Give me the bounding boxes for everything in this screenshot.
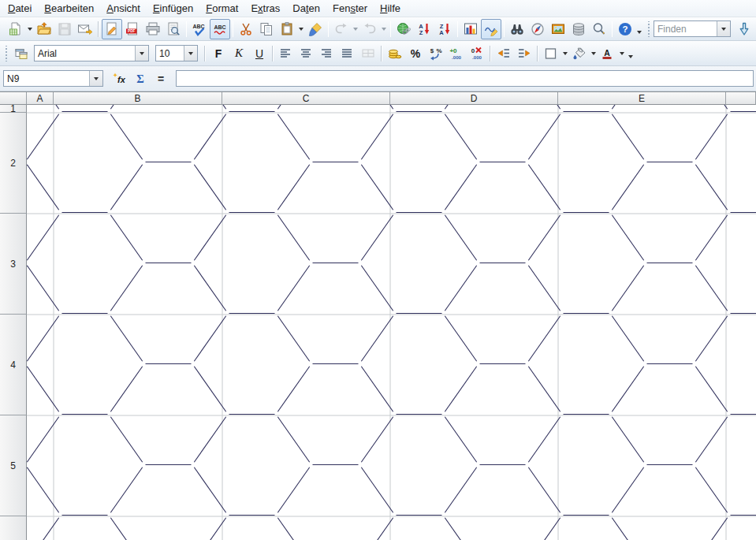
align-center-button[interactable] xyxy=(296,43,317,64)
column-header-partial[interactable] xyxy=(726,92,756,105)
menu-item-extras[interactable]: Extras xyxy=(244,0,286,17)
show-draw-functions-button[interactable] xyxy=(481,19,501,39)
column-header-C[interactable]: C xyxy=(222,92,390,105)
copy-button[interactable] xyxy=(256,19,277,39)
percent-format-button[interactable]: % xyxy=(405,43,426,64)
corner-header[interactable] xyxy=(0,92,27,105)
menu-item-fenster[interactable]: Fenster xyxy=(326,0,374,17)
paste-button[interactable] xyxy=(277,19,297,39)
undo-dropdown xyxy=(352,20,359,39)
row-header-3[interactable]: 3 xyxy=(0,214,27,315)
zoom-button[interactable] xyxy=(589,19,609,39)
borders-dropdown[interactable] xyxy=(561,44,569,63)
currency-coins-icon xyxy=(387,46,403,61)
page-preview-button[interactable] xyxy=(163,19,184,39)
justify-button[interactable] xyxy=(337,43,358,64)
email-button[interactable] xyxy=(75,19,95,39)
font-size-combobox[interactable]: 10 xyxy=(155,45,198,61)
row-header-partial[interactable] xyxy=(0,516,27,540)
align-right-button[interactable] xyxy=(317,43,337,64)
column-header-E[interactable]: E xyxy=(558,92,726,105)
find-dropdown-button[interactable] xyxy=(717,21,730,36)
sort-ascending-button[interactable]: A Z xyxy=(414,19,434,39)
column-header-A[interactable]: A xyxy=(27,92,54,105)
add-decimal-button[interactable]: +0 .000 xyxy=(446,43,467,64)
font-size-dropdown[interactable] xyxy=(184,46,197,61)
toolbar-overflow-button[interactable] xyxy=(626,44,635,63)
font-size-value[interactable]: 10 xyxy=(156,48,184,59)
delete-decimal-button[interactable]: 0 .000 xyxy=(467,43,487,64)
percent-icon: % xyxy=(411,48,420,59)
spellcheck-button[interactable]: ABC xyxy=(189,19,210,39)
function-wizard-button[interactable]: fx xyxy=(110,69,130,89)
name-box[interactable]: N9 xyxy=(3,70,103,87)
font-name-combobox[interactable]: Arial xyxy=(34,45,149,61)
font-name-dropdown[interactable] xyxy=(135,46,148,61)
styles-formatting-button[interactable] xyxy=(11,43,32,64)
paste-dropdown[interactable] xyxy=(297,20,305,39)
find-next-button[interactable] xyxy=(734,19,754,39)
menu-item-ansicht[interactable]: Ansicht xyxy=(100,0,147,17)
redo-icon xyxy=(362,21,378,37)
svg-text:%: % xyxy=(436,47,441,54)
align-left-button[interactable] xyxy=(276,43,296,64)
navigator-button[interactable] xyxy=(527,19,548,39)
autospellcheck-button[interactable]: ABC xyxy=(210,19,230,39)
italic-button[interactable]: K xyxy=(229,43,249,64)
print-button[interactable] xyxy=(143,19,163,39)
new-document-dropdown[interactable] xyxy=(26,20,34,39)
borders-button[interactable] xyxy=(541,43,561,64)
format-paintbrush-button[interactable] xyxy=(305,19,326,39)
column-header-B[interactable]: B xyxy=(54,92,222,105)
toolbar-grip[interactable] xyxy=(4,46,9,61)
font-color-dropdown[interactable] xyxy=(618,44,626,63)
export-pdf-button[interactable]: PDF xyxy=(122,19,143,39)
spreadsheet-grid[interactable] xyxy=(27,105,756,540)
menu-item-hilfe[interactable]: Hilfe xyxy=(374,0,407,17)
standard-format-button[interactable]: $ % xyxy=(426,43,446,64)
name-box-dropdown[interactable] xyxy=(89,71,102,86)
font-color-button[interactable]: A xyxy=(598,43,618,64)
menu-item-format[interactable]: Format xyxy=(199,0,244,17)
menu-item-bearbeiten[interactable]: Bearbeiten xyxy=(38,0,100,17)
bold-button[interactable]: F xyxy=(208,43,229,64)
menu-item-daten[interactable]: Daten xyxy=(286,0,326,17)
row-header-2[interactable]: 2 xyxy=(0,113,27,214)
currency-format-button[interactable] xyxy=(385,43,405,64)
font-name-value[interactable]: Arial xyxy=(35,48,135,59)
find-input[interactable]: Finden xyxy=(654,24,717,35)
column-header-D[interactable]: D xyxy=(390,92,558,105)
help-button[interactable]: ? xyxy=(615,19,635,39)
decrease-indent-button[interactable] xyxy=(493,43,514,64)
find-combobox[interactable]: Finden xyxy=(654,20,731,37)
find-replace-button[interactable] xyxy=(507,19,527,39)
justify-icon xyxy=(340,46,356,61)
merge-cells-button xyxy=(358,43,378,64)
open-button[interactable] xyxy=(34,19,54,39)
row-header-1[interactable]: 1 xyxy=(0,105,27,113)
row-header-5[interactable]: 5 xyxy=(0,415,27,516)
menu-item-datei[interactable]: Datei xyxy=(2,0,38,17)
add-decimal-icon: +0 .000 xyxy=(448,46,465,61)
cut-button[interactable] xyxy=(236,19,256,39)
undo-button xyxy=(331,19,352,39)
find-toolbar-grip[interactable] xyxy=(646,21,652,37)
equals-function-button[interactable]: = xyxy=(151,69,171,89)
gallery-button[interactable] xyxy=(548,19,568,39)
sort-descending-button[interactable]: Z A xyxy=(434,19,455,39)
data-sources-button[interactable] xyxy=(568,19,589,39)
insert-chart-button[interactable] xyxy=(460,19,481,39)
background-color-button[interactable] xyxy=(569,43,590,64)
sum-button[interactable]: Σ xyxy=(130,69,151,89)
cell-reference[interactable]: N9 xyxy=(4,73,89,84)
new-document-button[interactable] xyxy=(6,19,26,39)
background-color-dropdown[interactable] xyxy=(590,44,598,63)
hyperlink-button[interactable] xyxy=(393,19,414,39)
formula-input[interactable] xyxy=(176,70,754,87)
underline-button[interactable]: U xyxy=(249,43,270,64)
row-header-4[interactable]: 4 xyxy=(0,315,27,415)
menu-item-einfügen[interactable]: Einfügen xyxy=(147,0,199,17)
edit-file-button[interactable] xyxy=(102,19,122,39)
increase-indent-button[interactable] xyxy=(514,43,534,64)
toolbar-overflow-button[interactable] xyxy=(635,20,644,39)
